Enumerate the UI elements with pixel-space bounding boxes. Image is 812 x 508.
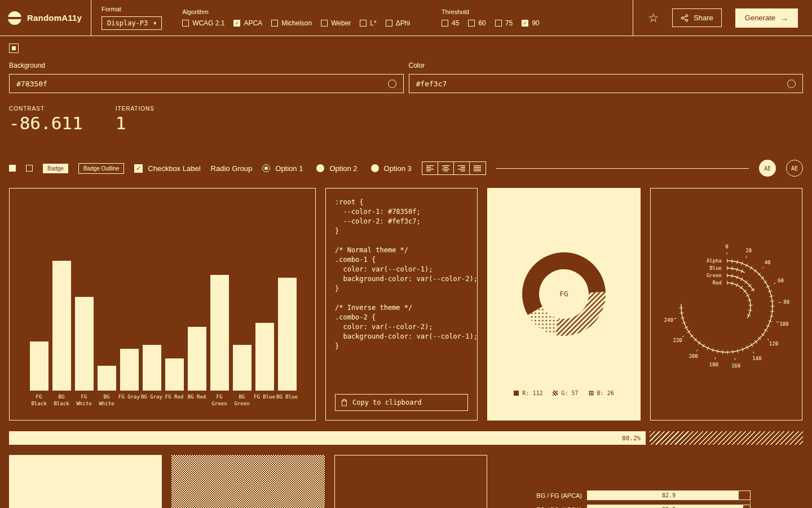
demo-slider[interactable] <box>496 168 749 169</box>
iterations-value: 1 <box>116 113 155 133</box>
radial-scale-tick <box>753 352 754 353</box>
radial-ring-label: Alpha <box>707 258 722 264</box>
legend-label: B: 26 <box>597 390 614 396</box>
algorithm-checkbox-l*[interactable]: L* <box>360 19 376 27</box>
bar <box>255 323 274 391</box>
color-picker-icon[interactable] <box>388 80 396 88</box>
radio-text: Option 3 <box>384 164 412 173</box>
iterations-stat: ITERATIONS 1 <box>116 106 155 133</box>
radial-chart-card: AlphaBlueGreenRed02040608010012014016018… <box>650 188 802 421</box>
align-right-button[interactable] <box>454 162 470 174</box>
radial-scale-label: 60 <box>778 278 784 283</box>
bar-column: BG Black <box>50 202 73 414</box>
algorithm-checkbox-δphi[interactable]: ΔPhi <box>386 19 410 27</box>
threshold-checkbox-45[interactable]: 45 <box>442 19 459 27</box>
radial-scale-label: 40 <box>765 260 771 265</box>
contrast-bar-chart-card: FG BlackBG BlackFG WhiteBG WhiteFG GrayB… <box>9 188 316 421</box>
algorithm-checkbox-michelson[interactable]: Michelson <box>271 19 312 27</box>
bar-label: BG Gray <box>140 394 163 414</box>
app-header: RandomA11y Format Display-P3 ▼ Algorithm… <box>0 0 812 36</box>
cards-row: FG BlackBG BlackFG WhiteBG WhiteFG GrayB… <box>9 188 803 421</box>
metric-value: 82.9 <box>588 491 750 500</box>
threshold-options: 456075✓90 <box>442 19 539 27</box>
radial-ring-ticks <box>681 261 773 352</box>
metric-dashed-divider <box>750 491 751 508</box>
solid-swatch <box>9 455 162 508</box>
mini-swatch-button[interactable] <box>9 43 19 53</box>
algorithm-checkbox-apca[interactable]: ✓APCA <box>233 19 262 27</box>
rgb-donut-chart: FG <box>516 246 612 342</box>
bar-column: BG Red <box>186 202 208 414</box>
radio-option-1[interactable]: Option 1 <box>262 164 303 173</box>
outline-square-swatch <box>26 165 33 172</box>
metric-row: FG / BG (APCA)86.6 <box>497 505 803 508</box>
css-code-card: :root { --color-1: #78350f; --color-2: #… <box>325 188 478 421</box>
bar-label: BG Blue <box>276 394 298 414</box>
demo-checkbox[interactable]: ✓ Checkbox Label <box>134 164 200 173</box>
radial-scale-label: 220 <box>673 338 682 343</box>
radial-scale-tick <box>767 339 769 340</box>
legend-dots-icon <box>589 391 594 396</box>
color-input[interactable] <box>416 80 788 88</box>
align-center-button[interactable] <box>438 162 454 174</box>
checkbox-box <box>271 20 278 27</box>
radial-scale-tick <box>735 358 735 360</box>
metrics-panel: BG / FG (APCA)82.9FG / BG (APCA)86.6 <box>497 455 803 508</box>
align-justify-icon <box>474 165 481 172</box>
threshold-checkbox-60[interactable]: 60 <box>468 19 486 27</box>
checkbox-text: 75 <box>505 19 513 27</box>
bar <box>165 358 184 391</box>
radial-scale-label: 160 <box>731 363 740 369</box>
background-input[interactable] <box>16 80 388 88</box>
bar-label: BG Green <box>231 394 253 414</box>
bar-column: BG Green <box>231 202 253 414</box>
checkbox-box <box>386 20 392 27</box>
checkbox-box <box>468 20 475 27</box>
radial-scale-tick <box>774 283 776 284</box>
bar-label: FG Gray <box>118 394 140 414</box>
share-button[interactable]: Share <box>672 8 722 27</box>
checkbox-box: ✓ <box>233 20 240 27</box>
radial-scale-label: 200 <box>689 353 698 359</box>
threshold-checkbox-90[interactable]: ✓90 <box>522 19 539 27</box>
algorithm-label: Algorithm <box>182 8 410 15</box>
radio-text: Option 2 <box>329 164 357 173</box>
radial-scale-label: 100 <box>779 321 788 327</box>
align-justify-button[interactable] <box>470 162 486 174</box>
threshold-checkbox-75[interactable]: 75 <box>495 19 513 27</box>
avatar: AE <box>759 160 776 177</box>
checkbox-text: APCA <box>244 19 262 27</box>
radial-scale-label: 180 <box>709 362 718 367</box>
algorithm-checkbox-weber[interactable]: Weber <box>321 19 351 27</box>
radio-option-3[interactable]: Option 3 <box>371 164 412 173</box>
align-left-button[interactable] <box>422 162 438 174</box>
algorithm-options: WCAG 2.1✓APCAMichelsonWeberL*ΔPhi <box>182 19 410 27</box>
generate-button[interactable]: Generate → <box>735 8 798 28</box>
checkbox-text: ΔPhi <box>396 19 410 27</box>
radial-ring-red <box>727 283 751 318</box>
bar-label: BG Red <box>186 394 208 414</box>
checkbox-text: L* <box>370 19 376 27</box>
contrast-stat: CONTRAST -86.611 <box>9 106 83 133</box>
brand[interactable]: RandomA11y <box>0 0 91 36</box>
bar <box>120 349 139 391</box>
bar-column: FG Blue <box>253 202 276 414</box>
bar <box>98 366 116 391</box>
bar-column: FG Gray <box>118 202 140 414</box>
algorithm-checkbox-wcag2.1[interactable]: WCAG 2.1 <box>182 19 224 27</box>
donut-center-label: FG <box>559 290 568 298</box>
align-left-icon <box>426 165 434 172</box>
radio-text: Option 1 <box>275 164 303 173</box>
metric-bar: 86.6 <box>587 505 751 508</box>
outline-swatch <box>334 455 487 508</box>
bottom-row: BG / FG (APCA)82.9FG / BG (APCA)86.6 <box>9 455 803 508</box>
clipboard-icon <box>341 399 347 406</box>
radio-option-2[interactable]: Option 2 <box>316 164 357 173</box>
color-picker-icon[interactable] <box>787 80 796 88</box>
format-select[interactable]: Display-P3 ▼ <box>102 16 162 30</box>
header-spacer <box>549 0 633 36</box>
bar <box>52 261 71 391</box>
favorite-star-icon[interactable]: ☆ <box>648 12 659 24</box>
bar-label: FG Red <box>163 394 186 414</box>
copy-to-clipboard-button[interactable]: Copy to clipboard <box>335 394 468 411</box>
